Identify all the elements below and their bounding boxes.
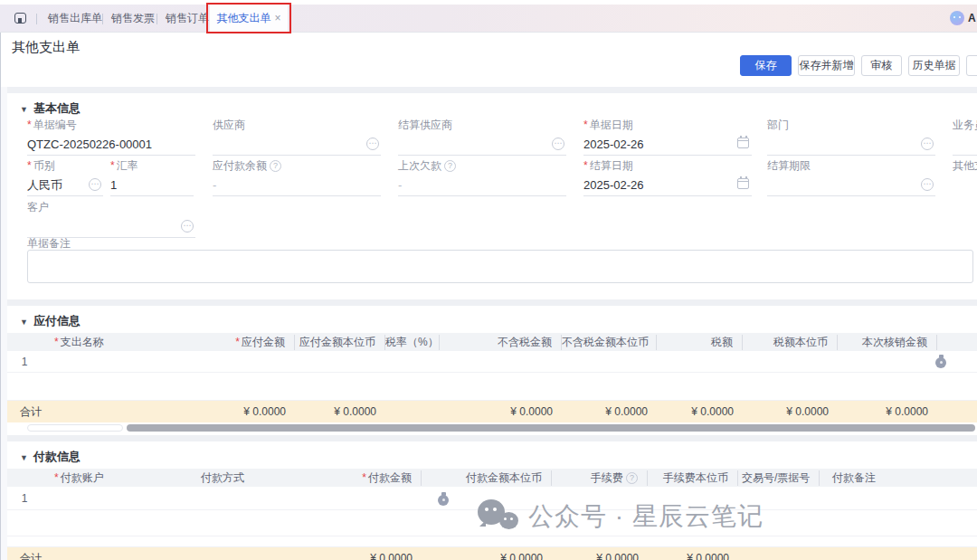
field-label: 应付款余额? — [213, 158, 381, 174]
required-marker: * — [235, 336, 240, 348]
exchange-rate-field: *汇率 1 — [110, 158, 194, 196]
field-label: 其他支 — [953, 158, 977, 174]
tab-label: 其他支出单 — [216, 12, 270, 24]
supplier-field: 供应商 ⋯ — [213, 118, 381, 156]
payment-total-row: 合计 ¥ 0.0000 ¥ 0.0000 ¥ 0.0000 ¥ 0.0000 — [7, 547, 977, 560]
settle-supplier-input[interactable]: ⋯ — [398, 133, 566, 156]
payment-section-header[interactable]: ▼付款信息 — [20, 449, 81, 465]
overflow-clipped-button[interactable]: 提 — [966, 55, 977, 76]
audit-button[interactable]: 审核 — [861, 55, 902, 76]
department-input[interactable]: ⋯ — [767, 133, 935, 156]
salesman-input[interactable] — [953, 133, 977, 156]
payment-info-card: ▼付款信息 *付款账户 付款方式 *付款金额 付款金额本位币 手续费? 手续费本… — [7, 441, 977, 560]
supplier-input[interactable]: ⋯ — [213, 133, 381, 156]
tab-other-expense-active[interactable]: 其他支出单× — [210, 5, 288, 33]
home-icon[interactable] — [14, 13, 26, 24]
tab-bar: 销售出库单 销售发票 销售订单 其他支出单× A — [0, 5, 977, 33]
page-title: 其他支出单 — [12, 39, 80, 56]
previous-arrears-field: 上次欠款? - — [398, 158, 566, 196]
tab-sales-order[interactable]: 销售订单 — [166, 5, 209, 33]
lookup-icon[interactable]: ⋯ — [552, 138, 564, 150]
total-payment-amount-base: ¥ 0.0000 — [422, 552, 552, 560]
collapse-arrow-icon: ▼ — [20, 318, 28, 327]
tab-separator — [36, 14, 37, 24]
bill-remark-textarea[interactable] — [27, 250, 973, 283]
customer-input[interactable]: ⋯ — [27, 215, 195, 238]
col-tax-amount: 税额 — [657, 335, 743, 350]
field-label: *币别 — [27, 158, 103, 174]
horizontal-scrollbar-track[interactable] — [27, 424, 123, 432]
horizontal-scrollbar-thumb[interactable] — [127, 424, 975, 432]
exchange-rate-input[interactable]: 1 — [110, 174, 194, 196]
payable-balance-field: 应付款余额? - — [213, 158, 381, 196]
field-label: *汇率 — [110, 158, 194, 174]
tab-sales-invoice[interactable]: 销售发票 — [111, 5, 155, 33]
col-payable-amount: *应付金额 — [223, 335, 295, 350]
tab-sales-outbound[interactable]: 销售出库单 — [48, 5, 102, 33]
lookup-icon[interactable]: ⋯ — [921, 138, 934, 150]
bill-date-field: *单据日期 2025-02-26 — [583, 118, 752, 156]
previous-arrears-value: - — [398, 174, 566, 196]
lookup-icon[interactable]: ⋯ — [89, 178, 101, 191]
payable-total-row: 合计 ¥ 0.0000 ¥ 0.0000 ¥ 0.0000 ¥ 0.0000 ¥… — [7, 401, 977, 422]
bill-no-input[interactable]: QTZC-20250226-00001 — [27, 133, 195, 156]
row-index: 1 — [7, 356, 42, 368]
bill-date-input[interactable]: 2025-02-26 — [583, 133, 752, 156]
calendar-icon[interactable] — [737, 178, 749, 189]
delete-row-icon[interactable] — [935, 355, 946, 368]
help-icon[interactable]: ? — [270, 160, 281, 172]
settle-date-input[interactable]: 2025-02-26 — [583, 174, 752, 196]
window-left-edge — [0, 33, 1, 560]
collapse-arrow-icon: ▼ — [20, 453, 28, 462]
section-title: 基本信息 — [33, 101, 81, 115]
col-payment-remark: 付款备注 — [820, 470, 977, 486]
settle-term-input[interactable]: ⋯ — [767, 174, 935, 196]
row-index: 1 — [7, 492, 42, 505]
payable-table-row[interactable]: 1 — [7, 351, 977, 373]
other-expense-bill-screen: 销售出库单 销售发票 销售订单 其他支出单× A 其他支出单 保存 保存并新增 … — [0, 0, 977, 560]
customer-field: 客户 ⋯ — [27, 200, 195, 238]
payable-section-header[interactable]: ▼应付信息 — [20, 313, 81, 329]
basic-info-section-header[interactable]: ▼基本信息 — [20, 100, 81, 117]
field-label: 供应商 — [213, 118, 381, 133]
ai-assistant-label: A — [968, 12, 976, 24]
col-tax-rate: 税率（%） — [385, 335, 440, 350]
delete-row-icon[interactable] — [438, 492, 449, 506]
required-marker: * — [54, 336, 59, 348]
required-marker: * — [362, 471, 366, 484]
ai-assistant-icon[interactable] — [950, 11, 964, 25]
col-fee: 手续费? — [552, 470, 648, 486]
save-button[interactable]: 保存 — [740, 55, 792, 76]
payment-table-row[interactable]: 1 — [7, 487, 977, 510]
required-marker: * — [27, 159, 32, 172]
salesman-field-clipped: 业务员 — [953, 118, 977, 156]
col-expense-name: *支出名称 — [42, 335, 223, 350]
help-icon[interactable]: ? — [444, 160, 456, 172]
department-field: 部门 ⋯ — [767, 118, 935, 156]
lookup-icon[interactable]: ⋯ — [366, 138, 379, 150]
help-icon[interactable]: ? — [626, 472, 638, 484]
required-marker: * — [110, 159, 115, 172]
lookup-icon[interactable]: ⋯ — [921, 178, 934, 191]
col-amount-excl-tax: 不含税金额 — [440, 335, 562, 350]
other-field-clipped: 其他支 — [953, 158, 977, 174]
field-label: 结算期限 — [767, 158, 935, 174]
total-label: 合计 — [7, 404, 223, 420]
section-title: 付款信息 — [33, 450, 81, 463]
lookup-icon[interactable]: ⋯ — [181, 220, 194, 233]
total-amount-excl-tax-base: ¥ 0.0000 — [562, 405, 657, 418]
history-bills-button[interactable]: 历史单据 — [908, 55, 960, 76]
save-and-new-button[interactable]: 保存并新增 — [798, 55, 855, 76]
field-label: 上次欠款? — [398, 158, 566, 174]
payable-table-header: *支出名称 *应付金额 应付金额本位币 税率（%） 不含税金额 不含税金额本位币… — [7, 333, 977, 351]
currency-input[interactable]: 人民币⋯ — [27, 174, 103, 196]
col-writeoff-amount: 本次核销金额 — [838, 335, 937, 350]
tab-close-icon[interactable]: × — [274, 12, 280, 24]
page-left-gutter — [1, 87, 7, 560]
calendar-icon[interactable] — [737, 138, 749, 148]
field-label: *单据日期 — [583, 118, 752, 133]
tab-separator — [157, 14, 157, 24]
field-label: 结算供应商 — [398, 118, 566, 133]
required-marker: * — [583, 119, 588, 131]
required-marker: * — [27, 119, 32, 131]
